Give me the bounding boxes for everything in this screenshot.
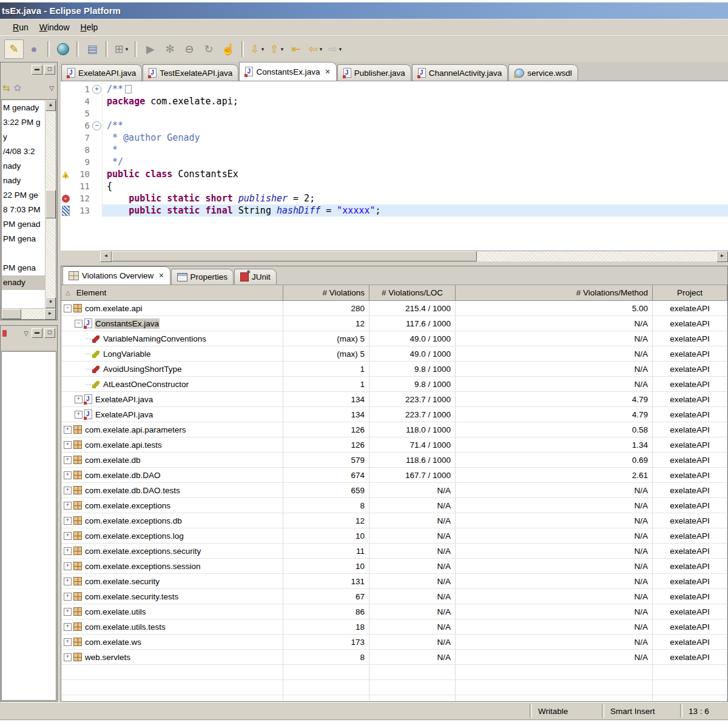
- expand-icon[interactable]: +: [64, 653, 72, 661]
- table-row[interactable]: +com.exelate.security.tests67N/AN/Aexela…: [61, 589, 727, 604]
- table-row[interactable]: +com.exelate.exceptions.session10N/AN/Ae…: [61, 559, 727, 574]
- code-line[interactable]: 7 * @author Genady: [61, 132, 728, 144]
- history-list-item[interactable]: PM gena: [2, 261, 45, 275]
- table-row[interactable]: +ExelateAPI.java134223.7 / 10004.79exela…: [61, 392, 727, 407]
- table-row[interactable]: +com.exelate.api.tests12671.4 / 10001.34…: [61, 437, 727, 453]
- dropdown-arrow-icon[interactable]: ▾: [261, 46, 265, 52]
- table-row[interactable]: +com.exelate.ws173N/AN/AexelateAPI: [61, 635, 727, 650]
- code-line[interactable]: 12 public static short publisher = 2;: [61, 192, 728, 204]
- history-list-item[interactable]: M genady: [2, 101, 45, 115]
- collapse-icon[interactable]: −: [64, 305, 72, 312]
- scrollbar-thumb[interactable]: [2, 309, 21, 319]
- history-list-item[interactable]: PM genad: [2, 217, 45, 232]
- expand-icon[interactable]: +: [64, 562, 72, 570]
- annotate-pen-icon[interactable]: ✎: [4, 39, 24, 59]
- editor-tab-publisher-java[interactable]: Publisher.java: [337, 64, 411, 81]
- code-line[interactable]: 10public class ConstantsEx: [61, 168, 728, 180]
- table-row[interactable]: +com.exelate.utils.tests18N/AN/AexelateA…: [61, 619, 727, 635]
- dropdown-arrow-icon[interactable]: ▾: [320, 46, 323, 52]
- view-menu-icon[interactable]: ▽: [22, 330, 30, 337]
- dropdown-arrow-icon[interactable]: ▾: [281, 46, 284, 52]
- scroll-down-button[interactable]: ▼: [46, 297, 56, 308]
- view-menu-icon[interactable]: ▽: [48, 85, 55, 92]
- table-row[interactable]: AvoidUsingShortType19.8 / 1000N/Aexelate…: [61, 362, 727, 377]
- history-list-item[interactable]: [2, 246, 45, 261]
- import-icon[interactable]: ⇩▾: [248, 40, 266, 58]
- table-row[interactable]: −com.exelate.api280215.4 / 10005.00exela…: [61, 301, 727, 316]
- collapse-fold-icon[interactable]: −: [92, 121, 101, 130]
- table-row[interactable]: +com.exelate.exceptions.db12N/AN/Aexelat…: [61, 513, 727, 528]
- code-line[interactable]: 13 public static final String hashDiff =…: [61, 204, 728, 217]
- menu-help[interactable]: Help: [75, 21, 104, 33]
- panel-tab-junit[interactable]: JUnit: [234, 269, 277, 285]
- menu-run[interactable]: Run: [7, 21, 34, 33]
- table-row[interactable]: AtLeastOneConstructor19.8 / 1000N/Aexela…: [61, 377, 727, 392]
- code-line[interactable]: 8 *: [61, 144, 728, 156]
- expand-icon[interactable]: +: [64, 593, 72, 601]
- history-list-item[interactable]: 22 PM ge: [2, 188, 45, 203]
- code-line[interactable]: 4package com.exelate.api;: [61, 95, 728, 107]
- table-row[interactable]: −ConstantsEx.java12117.6 / 1000N/Aexelat…: [61, 316, 727, 331]
- sync-arrows-icon[interactable]: ⇆: [2, 83, 10, 93]
- table-row[interactable]: +com.exelate.exceptions8N/AN/AexelateAPI: [61, 498, 727, 513]
- table-row[interactable]: +com.exelate.api.parameters126118.0 / 10…: [61, 422, 727, 437]
- sphere-icon[interactable]: ●: [25, 40, 43, 58]
- history-list-item[interactable]: 3:22 PM g: [2, 115, 45, 130]
- table-row[interactable]: +com.exelate.security131N/AN/AexelateAPI: [61, 574, 727, 589]
- forward-icon[interactable]: ⇨▾: [326, 40, 344, 58]
- expand-icon[interactable]: +: [64, 441, 72, 449]
- expand-icon[interactable]: +: [64, 608, 72, 616]
- code-line[interactable]: 6−/**: [61, 120, 728, 132]
- history-list-item[interactable]: nady: [2, 174, 45, 188]
- expand-icon[interactable]: +: [64, 456, 72, 464]
- code-line[interactable]: 5: [61, 107, 728, 120]
- column-header--violations[interactable]: # Violations: [283, 285, 369, 300]
- table-row[interactable]: +web.servlets8N/AN/AexelateAPI: [61, 650, 727, 665]
- table-row[interactable]: +com.exelate.utils86N/AN/AexelateAPI: [61, 604, 727, 619]
- table-row[interactable]: +com.exelate.db579118.6 / 10000.69exelat…: [61, 453, 727, 468]
- maximize-view-button[interactable]: ▢: [44, 65, 55, 75]
- new-wizard-icon[interactable]: ⊞▾: [112, 40, 130, 58]
- table-row[interactable]: +com.exelate.db.DAO.tests659N/AN/Aexelat…: [61, 483, 727, 498]
- task-list-icon[interactable]: ▤: [83, 40, 101, 58]
- scroll-up-button[interactable]: ▲: [46, 100, 56, 111]
- code-line[interactable]: 1+/**: [61, 83, 728, 95]
- filter-flower-icon[interactable]: ✿: [14, 83, 22, 93]
- collapse-icon[interactable]: −: [75, 320, 83, 328]
- history-vertical-scrollbar[interactable]: ▲ ▼: [45, 100, 56, 308]
- minimize-view-button[interactable]: ▬: [32, 65, 42, 75]
- expand-icon[interactable]: +: [64, 487, 72, 494]
- scroll-right-button[interactable]: ►: [44, 309, 56, 320]
- collapsed-region-icon[interactable]: [125, 85, 132, 93]
- column-header-element[interactable]: △Element: [61, 285, 283, 300]
- editor-horizontal-scrollbar[interactable]: ◄ ►: [100, 251, 728, 261]
- expand-icon[interactable]: +: [64, 517, 72, 525]
- minimize-view-button[interactable]: ▬: [32, 328, 42, 338]
- table-row[interactable]: VariableNamingConventions(max) 549.0 / 1…: [61, 331, 727, 346]
- editor-tab-channelactivity-java[interactable]: ChannelActivity.java: [412, 64, 508, 81]
- expand-icon[interactable]: +: [64, 638, 72, 646]
- maximize-view-button[interactable]: ▢: [44, 328, 55, 338]
- panel-tab-properties[interactable]: Properties: [171, 269, 234, 285]
- expand-icon[interactable]: +: [64, 623, 72, 631]
- history-horizontal-scrollbar[interactable]: ►: [2, 308, 56, 319]
- expand-icon[interactable]: +: [75, 411, 83, 419]
- debug-icon[interactable]: ✻: [161, 40, 179, 58]
- expand-icon[interactable]: +: [64, 426, 72, 434]
- column-header-project[interactable]: Project: [653, 285, 727, 300]
- horizontal-sash[interactable]: [0, 320, 58, 325]
- column-header--violations-method[interactable]: # Violations/Method: [456, 285, 653, 300]
- expand-icon[interactable]: +: [75, 396, 83, 403]
- scroll-left-button[interactable]: ◄: [100, 251, 112, 262]
- table-row[interactable]: +ExelateAPI.java134223.7 / 10004.79exela…: [61, 407, 727, 422]
- history-list-item[interactable]: nady: [2, 159, 45, 174]
- menu-window[interactable]: Window: [34, 21, 75, 33]
- column-header--violations-loc[interactable]: # Violations/LOC: [369, 285, 456, 300]
- close-icon[interactable]: ✕: [325, 68, 330, 76]
- expand-icon[interactable]: +: [64, 532, 72, 540]
- history-list-item[interactable]: enady: [2, 275, 45, 290]
- expand-icon[interactable]: +: [64, 547, 72, 555]
- editor-tab-testexelateapi-java[interactable]: TestExelateAPI.java: [143, 64, 238, 81]
- dropdown-arrow-icon[interactable]: ▾: [339, 46, 342, 52]
- history-list-item[interactable]: PM gena: [2, 232, 45, 246]
